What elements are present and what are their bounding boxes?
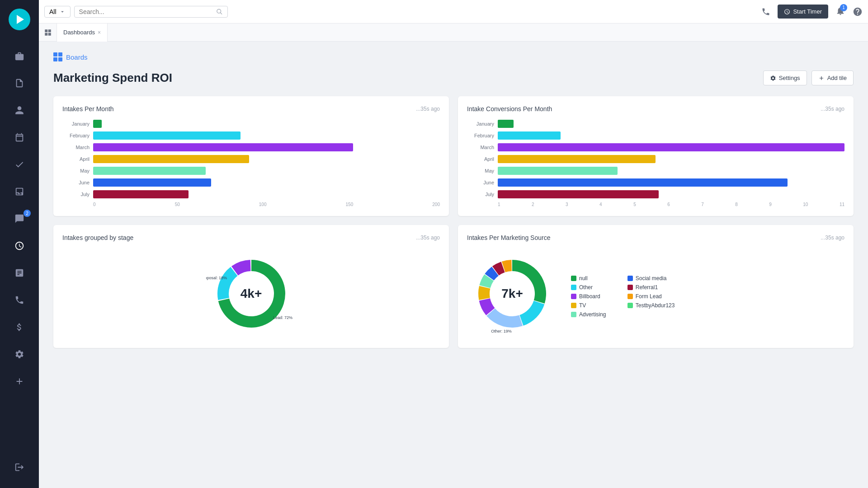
bar-row: June xyxy=(467,178,844,187)
legend-dot xyxy=(571,276,576,281)
page-title: Marketing Spend ROI xyxy=(53,71,172,85)
bar-track xyxy=(498,143,844,151)
donut-segment xyxy=(519,300,544,325)
boards-icon xyxy=(53,52,62,61)
bar-label: March xyxy=(467,145,494,150)
bar-label: January xyxy=(62,121,90,127)
bar-row: June xyxy=(62,178,440,187)
legend-label: Social media xyxy=(636,275,667,282)
bar-track xyxy=(93,178,440,187)
bar-fill xyxy=(498,155,656,163)
dashboard-actions: Settings Add tile xyxy=(763,70,854,85)
bar-track xyxy=(498,167,844,175)
chart-header-1: Intakes Per Month ...35s ago xyxy=(62,105,440,113)
tab-dashboards[interactable]: Dashboards × xyxy=(57,23,108,42)
axis-label: 4 xyxy=(599,202,602,207)
sidebar-item-calendar[interactable] xyxy=(0,124,39,151)
sidebar-item-finance[interactable] xyxy=(0,314,39,341)
bar-track xyxy=(498,155,844,163)
bar-fill xyxy=(498,120,514,128)
sidebar-item-tasks[interactable] xyxy=(0,151,39,178)
legend-label: Referral1 xyxy=(636,284,658,291)
bar-track xyxy=(93,190,440,198)
bar-label: April xyxy=(62,156,90,162)
bar-row: April xyxy=(62,155,440,163)
boards-link[interactable]: Boards xyxy=(66,53,88,61)
legend-item: Advertising xyxy=(571,311,618,318)
donut-value-4: 7k+ xyxy=(501,286,523,300)
sidebar-item-clock[interactable] xyxy=(0,232,39,259)
topbar-right: Start Timer 1 xyxy=(761,5,863,19)
chart-title-3: Intakes grouped by stage xyxy=(62,234,133,241)
axis-label: 100 xyxy=(259,202,267,207)
bar-chart-1: January February March April xyxy=(62,120,440,198)
sidebar-item-add[interactable] xyxy=(0,368,39,395)
legend-dot xyxy=(627,303,633,308)
sidebar-item-settings[interactable] xyxy=(0,341,39,368)
bar-track xyxy=(93,155,440,163)
sidebar-item-messages[interactable]: 2 xyxy=(0,205,39,232)
legend-label: Billboard xyxy=(579,293,600,300)
sidebar-item-reports[interactable] xyxy=(0,259,39,286)
sidebar-item-logout[interactable] xyxy=(0,454,39,481)
grid-view-button[interactable] xyxy=(39,23,57,42)
bar-fill xyxy=(498,167,618,175)
bar-track xyxy=(93,131,440,140)
help-icon[interactable] xyxy=(853,7,863,17)
chart-title-4: Intakes Per Marketing Source xyxy=(467,234,550,241)
chart-time-3: ...35s ago xyxy=(416,235,440,241)
bar-label: May xyxy=(62,168,90,174)
bar-chart-2: January February March April xyxy=(467,120,844,198)
donut-center-3: 4k+ xyxy=(241,286,262,301)
sidebar-item-phone[interactable] xyxy=(0,286,39,314)
bar-fill xyxy=(93,120,102,128)
sidebar-item-inbox[interactable] xyxy=(0,178,39,205)
bar-row: February xyxy=(62,131,440,140)
bar-track xyxy=(498,178,844,187)
settings-button[interactable]: Settings xyxy=(763,70,807,85)
settings-label: Settings xyxy=(779,75,800,81)
sidebar-item-contacts[interactable] xyxy=(0,97,39,124)
bar-row: February xyxy=(467,131,844,140)
bar-fill xyxy=(93,178,211,187)
bar-fill xyxy=(93,155,249,163)
sidebar: 2 xyxy=(0,0,39,488)
filter-dropdown[interactable]: All xyxy=(44,6,71,18)
axis-label: 10 xyxy=(803,202,808,207)
dashboard-header: Marketing Spend ROI Settings Add tile xyxy=(53,70,854,85)
axis-label: 200 xyxy=(432,202,440,207)
donut-label: Lead: 72% xyxy=(273,315,292,320)
bar-track xyxy=(93,167,440,175)
axis-label: 150 xyxy=(346,202,354,207)
bar-axis-1: 050100150200 xyxy=(62,202,440,207)
bar-label: July xyxy=(62,192,90,197)
chart-intakes-by-stage: Intakes grouped by stage ...35s ago Lead… xyxy=(53,225,449,348)
bar-track xyxy=(93,120,440,128)
bar-row: July xyxy=(467,190,844,198)
legend-dot xyxy=(627,285,633,290)
bar-track xyxy=(93,143,440,151)
legend-label: TV xyxy=(579,302,586,309)
bar-row: May xyxy=(62,167,440,175)
axis-label: 9 xyxy=(769,202,772,207)
add-tile-button[interactable]: Add tile xyxy=(811,70,854,85)
legend-item: Form Lead xyxy=(627,293,675,300)
start-timer-button[interactable]: Start Timer xyxy=(778,5,828,19)
search-input[interactable] xyxy=(79,8,213,15)
bar-label: February xyxy=(467,133,494,138)
donut-value-3: 4k+ xyxy=(241,286,262,300)
sidebar-item-briefcase[interactable] xyxy=(0,42,39,70)
bar-label: June xyxy=(467,180,494,185)
bar-row: May xyxy=(467,167,844,175)
phone-icon[interactable] xyxy=(761,7,770,16)
sidebar-item-document[interactable] xyxy=(0,70,39,97)
bar-row: July xyxy=(62,190,440,198)
tab-close-button[interactable]: × xyxy=(98,29,101,36)
bar-track xyxy=(498,120,844,128)
tabbar: Dashboards × xyxy=(39,23,868,42)
axis-label: 50 xyxy=(175,202,180,207)
legend-label: Form Lead xyxy=(636,293,662,300)
notifications-button[interactable]: 1 xyxy=(835,6,845,18)
messages-badge: 2 xyxy=(24,210,31,217)
app-logo[interactable] xyxy=(0,0,39,39)
